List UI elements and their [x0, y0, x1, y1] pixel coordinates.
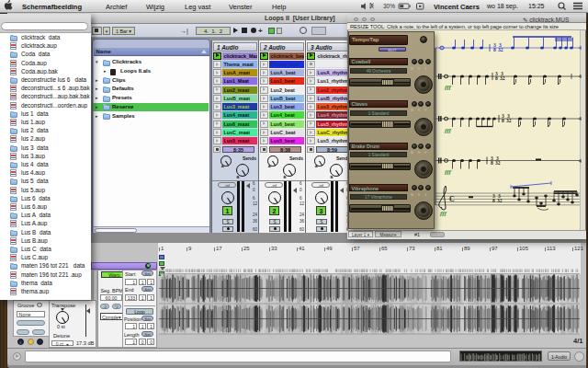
svg-text:fff: fff: [445, 84, 451, 91]
svg-text:32: 32: [500, 75, 505, 81]
svg-text:fff: fff: [440, 210, 447, 217]
svg-text:32: 32: [506, 118, 512, 123]
svg-text:4: 4: [579, 45, 582, 51]
svg-text:fff: fff: [445, 127, 451, 134]
svg-text:C: C: [449, 195, 455, 203]
svg-text:32: 32: [495, 160, 501, 166]
svg-text:8: 8: [495, 75, 498, 81]
svg-text:8: 8: [492, 198, 495, 203]
svg-text:32: 32: [498, 47, 503, 52]
svg-text:8: 8: [493, 47, 496, 52]
svg-text:8: 8: [502, 118, 504, 123]
svg-text:4: 4: [579, 116, 582, 121]
svg-text:8: 8: [491, 160, 493, 166]
svg-text:4: 4: [579, 74, 582, 79]
svg-text:32: 32: [497, 198, 503, 203]
svg-text:fff: fff: [445, 168, 451, 176]
svg-text:4: 4: [579, 158, 582, 164]
